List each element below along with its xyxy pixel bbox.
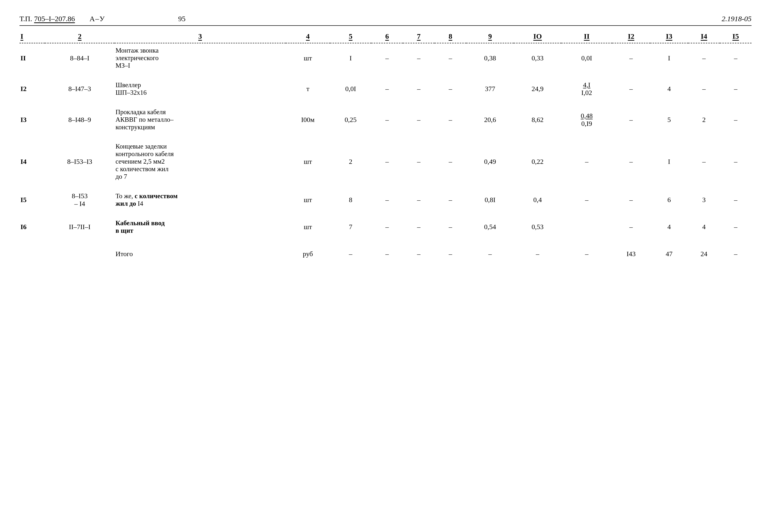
col-header-13: I3 (650, 30, 688, 43)
row-15: – (720, 78, 752, 100)
row-desc: Концевые заделкиконтрольного кабелясечен… (114, 139, 285, 184)
row-6: – (371, 78, 403, 100)
col-header-14: I4 (688, 30, 720, 43)
col-header-15: I5 (720, 30, 752, 43)
row-qty: 2 (330, 139, 371, 184)
itogo-label: Итого (114, 245, 285, 260)
row-9: 0,38 (466, 43, 514, 73)
itogo-dash2: – (371, 245, 403, 260)
col-header-6: 6 (371, 30, 403, 43)
row-9: 0,8I (466, 189, 514, 211)
spacer-row (19, 211, 752, 216)
main-table: I 2 3 4 5 6 7 8 9 IO II I2 I3 I4 I5 II 8… (19, 30, 752, 260)
row-7: – (403, 139, 435, 184)
row-code: 8–I53–I3 (45, 139, 114, 184)
row-code: 8–I53 – I4 (45, 189, 114, 211)
itogo-col15: – (720, 245, 752, 260)
col-header-2: 2 (45, 30, 114, 43)
row-11: 0,48 0,I9 (561, 105, 612, 134)
row-15: – (720, 216, 752, 238)
spacer-row (19, 100, 752, 105)
itogo-col12: I43 (612, 245, 650, 260)
itogo-dash5: – (466, 245, 514, 260)
col-header-3: 3 (114, 30, 285, 43)
header-right-code: 2.1918-05 (722, 15, 752, 23)
col-header-12: I2 (612, 30, 650, 43)
row-12: – (612, 139, 650, 184)
row-7: – (403, 189, 435, 211)
row-8: – (435, 43, 466, 73)
header-tp: Т.П. (19, 15, 32, 23)
col-header-7: 7 (403, 30, 435, 43)
row-unit: шт (286, 216, 330, 238)
table-row: I4 8–I53–I3 Концевые заделкиконтрольного… (19, 139, 752, 184)
row-unit: т (286, 78, 330, 100)
col-header-4: 4 (286, 30, 330, 43)
spacer-row (19, 184, 752, 189)
itogo-col13: 47 (650, 245, 688, 260)
col-header-5: 5 (330, 30, 371, 43)
table-row: I2 8–I47–3 ШвеллерШП–32х16 т 0,0I – – – … (19, 78, 752, 100)
row-11: – (561, 139, 612, 184)
row-code: II–7II–I (45, 216, 114, 238)
itogo-dash6: – (514, 245, 561, 260)
row-10: 0,53 (514, 216, 561, 238)
row-qty: 0,0I (330, 78, 371, 100)
spacer-row (19, 73, 752, 78)
row-13: 6 (650, 189, 688, 211)
row-desc: ШвеллерШП–32х16 (114, 78, 285, 100)
row-9: 0,49 (466, 139, 514, 184)
table-row: II 8–84–I Монтаж звонкаэлектрическогоМЗ–… (19, 43, 752, 73)
row-15: – (720, 189, 752, 211)
row-unit: I00м (286, 105, 330, 134)
row-num: II (19, 43, 45, 73)
row-7: – (403, 105, 435, 134)
row-unit: шт (286, 43, 330, 73)
itogo-dash3: – (403, 245, 435, 260)
row-13: 4 (650, 216, 688, 238)
row-14: – (688, 78, 720, 100)
row-15: – (720, 139, 752, 184)
itogo-dash4: – (435, 245, 466, 260)
itogo-unit: руб (286, 245, 330, 260)
row-14: – (688, 43, 720, 73)
row-13: I (650, 139, 688, 184)
header-ay: А–У (90, 15, 105, 23)
row-14: 4 (688, 216, 720, 238)
row-6: – (371, 43, 403, 73)
table-row: I5 8–I53 – I4 То же, с количествомжил до… (19, 189, 752, 211)
row-6: – (371, 216, 403, 238)
row-desc: Прокладка кабеляАКВВГ по металло–констру… (114, 105, 285, 134)
row-11: 4,I I,02 (561, 78, 612, 100)
row-unit: шт (286, 139, 330, 184)
row-8: – (435, 78, 466, 100)
row-7: – (403, 216, 435, 238)
col-header-1: I (19, 30, 45, 43)
row-10: 0,4 (514, 189, 561, 211)
row-qty: 0,25 (330, 105, 371, 134)
row-code: 8–84–I (45, 43, 114, 73)
itogo-col14: 24 (688, 245, 720, 260)
row-qty: I (330, 43, 371, 73)
row-13: 5 (650, 105, 688, 134)
row-12: – (612, 216, 650, 238)
itogo-code-empty (45, 245, 114, 260)
row-8: – (435, 189, 466, 211)
col-header-10: IO (514, 30, 561, 43)
row-desc: То же, с количествомжил до I4 (114, 189, 285, 211)
row-num: I3 (19, 105, 45, 134)
itogo-num-empty (19, 245, 45, 260)
itogo-dash1: – (330, 245, 371, 260)
row-num: I6 (19, 216, 45, 238)
row-12: – (612, 78, 650, 100)
row-code: 8–I48–9 (45, 105, 114, 134)
row-code: 8–I47–3 (45, 78, 114, 100)
row-num: I2 (19, 78, 45, 100)
itogo-dash7: – (561, 245, 612, 260)
spacer-row (19, 238, 752, 245)
row-8: – (435, 139, 466, 184)
row-14: – (688, 139, 720, 184)
row-13: I (650, 43, 688, 73)
row-qty: 7 (330, 216, 371, 238)
row-10: 8,62 (514, 105, 561, 134)
